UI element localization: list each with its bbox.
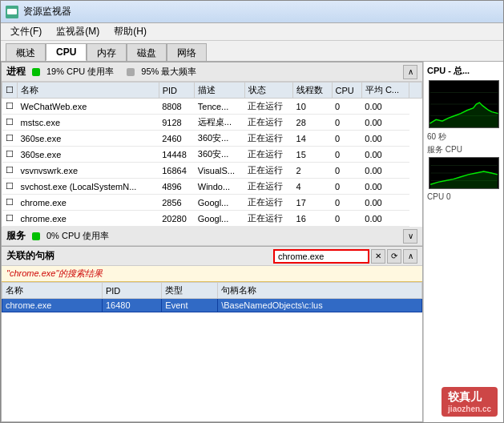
- table-row[interactable]: ☐ svchost.exe (LocalSystemN... 4896 Wind…: [2, 179, 422, 195]
- menu-bar: 文件(F) 监视器(M) 帮助(H): [1, 23, 503, 41]
- row-name: mstsc.exe: [18, 115, 159, 131]
- table-row[interactable]: ☐ chrome.exe 20280 Googl... 正在运行 16 0 0.…: [2, 211, 422, 227]
- col-threads[interactable]: 线程数: [293, 83, 333, 99]
- row-threads: 16: [293, 211, 333, 227]
- row-desc: VisualS...: [195, 163, 245, 179]
- right-panel-title: CPU - 总...: [427, 65, 470, 77]
- svc-cpu-label: 0% CPU 使用率: [46, 230, 109, 242]
- row-check[interactable]: ☐: [2, 195, 18, 211]
- watermark: 较真儿 jiaozhen.cc: [442, 387, 498, 417]
- handles-rows: chrome.exe 16480 Event \BaseNamedObjects…: [2, 299, 422, 312]
- row-check[interactable]: ☐: [2, 115, 18, 131]
- handle-type: Event: [162, 299, 218, 312]
- row-name: 360se.exe: [18, 147, 159, 163]
- cpu-usage-label: 19% CPU 使用率: [46, 66, 114, 78]
- tab-network[interactable]: 网络: [167, 43, 207, 61]
- tab-overview[interactable]: 概述: [6, 43, 46, 61]
- services-collapse-btn[interactable]: ∨: [403, 229, 417, 244]
- tab-memory[interactable]: 内存: [87, 43, 127, 61]
- row-threads: 14: [293, 131, 333, 147]
- row-status: 正在运行: [244, 147, 292, 163]
- handles-col-handle[interactable]: 句柄名称: [218, 283, 422, 299]
- row-avg: 0.00: [361, 115, 409, 131]
- handles-search-btn[interactable]: ⟳: [387, 249, 401, 264]
- handles-section: 关联的句柄 ✕ ⟳ ∧ "chrome.exe"的搜索结果 名称 PID: [1, 247, 423, 422]
- row-check[interactable]: ☐: [2, 211, 18, 227]
- row-avg: 0.00: [361, 211, 409, 227]
- row-pid: 20280: [159, 211, 195, 227]
- processes-table-container[interactable]: ☐ 名称 PID 描述 状态 线程数 CPU 平均 C...: [2, 82, 422, 227]
- main-window: 资源监视器 文件(F) 监视器(M) 帮助(H) 概述 CPU 内存 磁盘 网络…: [0, 0, 504, 423]
- cpu-usage-dot: [32, 68, 40, 76]
- svg-rect-1: [7, 9, 17, 14]
- handle-handle: \BaseNamedObjects\c:lus: [218, 299, 422, 312]
- row-check[interactable]: ☐: [2, 147, 18, 163]
- row-check[interactable]: ☐: [2, 179, 18, 195]
- handles-header: 关联的句柄 ✕ ⟳ ∧: [2, 247, 422, 266]
- menu-file[interactable]: 文件(F): [4, 23, 48, 40]
- col-pid[interactable]: PID: [159, 83, 195, 99]
- row-desc: 远程桌...: [195, 115, 245, 131]
- row-check[interactable]: ☐: [2, 131, 18, 147]
- table-row[interactable]: ☐ chrome.exe 2856 Googl... 正在运行 17 0 0.0…: [2, 195, 422, 211]
- services-title: 服务: [6, 229, 26, 243]
- cpu0-label: CPU 0: [427, 192, 450, 201]
- row-desc: Tence...: [195, 99, 245, 115]
- handles-search-input[interactable]: [273, 249, 369, 264]
- table-row[interactable]: ☐ vsvnvswrk.exe 16864 VisualS... 正在运行 2 …: [2, 163, 422, 179]
- row-name: WeChatWeb.exe: [18, 99, 159, 115]
- col-name[interactable]: 名称: [18, 83, 159, 99]
- processes-header: 进程 19% CPU 使用率 95% 最大频率 ∧: [2, 62, 422, 82]
- right-time-label: 60 秒: [427, 131, 446, 143]
- processes-table: ☐ 名称 PID 描述 状态 线程数 CPU 平均 C...: [2, 82, 422, 227]
- row-status: 正在运行: [244, 211, 292, 227]
- row-pid: 9128: [159, 115, 195, 131]
- max-freq-dot: [127, 68, 135, 76]
- handles-col-name[interactable]: 名称: [2, 283, 103, 299]
- row-avg: 0.00: [361, 99, 409, 115]
- handle-name: chrome.exe: [2, 299, 103, 312]
- row-pid: 4896: [159, 179, 195, 195]
- row-cpu: 0: [332, 195, 361, 211]
- col-desc[interactable]: 描述: [195, 83, 245, 99]
- row-cpu: 0: [332, 179, 361, 195]
- row-desc: 360安...: [195, 147, 245, 163]
- processes-collapse-btn[interactable]: ∧: [403, 65, 417, 79]
- row-pid: 16864: [159, 163, 195, 179]
- row-name: 360se.exe: [18, 131, 159, 147]
- col-cpu[interactable]: CPU: [332, 83, 361, 99]
- row-pid: 2460: [159, 131, 195, 147]
- table-row[interactable]: ☐ 360se.exe 2460 360安... 正在运行 14 0 0.00: [2, 131, 422, 147]
- col-status[interactable]: 状态: [244, 83, 292, 99]
- row-name: svchost.exe (LocalSystemN...: [18, 179, 159, 195]
- row-desc: 360安...: [195, 131, 245, 147]
- tabs-bar: 概述 CPU 内存 磁盘 网络: [1, 41, 503, 62]
- svg-rect-2: [10, 15, 14, 17]
- row-cpu: 0: [332, 115, 361, 131]
- row-check[interactable]: ☐: [2, 99, 18, 115]
- row-status: 正在运行: [244, 195, 292, 211]
- row-name: vsvnvswrk.exe: [18, 163, 159, 179]
- row-threads: 17: [293, 195, 333, 211]
- row-check[interactable]: ☐: [2, 163, 18, 179]
- watermark-text: 较真儿: [448, 390, 491, 405]
- table-row[interactable]: ☐ WeChatWeb.exe 8808 Tence... 正在运行 10 0 …: [2, 99, 422, 115]
- list-item[interactable]: chrome.exe 16480 Event \BaseNamedObjects…: [2, 299, 422, 312]
- col-avg[interactable]: 平均 C...: [361, 83, 409, 99]
- handles-clear-btn[interactable]: ✕: [371, 249, 385, 264]
- services-status: 服务 0% CPU 使用率: [6, 229, 109, 243]
- row-avg: 0.00: [361, 163, 409, 179]
- handles-col-type[interactable]: 类型: [162, 283, 218, 299]
- menu-help[interactable]: 帮助(H): [107, 23, 153, 40]
- row-threads: 4: [293, 179, 333, 195]
- table-row[interactable]: ☐ mstsc.exe 9128 远程桌... 正在运行 28 0 0.00: [2, 115, 422, 131]
- row-status: 正在运行: [244, 115, 292, 131]
- handles-col-pid[interactable]: PID: [102, 283, 161, 299]
- tab-disk[interactable]: 磁盘: [127, 43, 167, 61]
- services-header: 服务 0% CPU 使用率 ∨: [2, 227, 422, 246]
- table-row[interactable]: ☐ 360se.exe 14448 360安... 正在运行 15 0 0.00: [2, 147, 422, 163]
- handles-title: 关联的句柄: [6, 249, 54, 263]
- menu-monitor[interactable]: 监视器(M): [50, 23, 106, 40]
- tab-cpu[interactable]: CPU: [46, 43, 87, 61]
- handles-collapse-btn[interactable]: ∧: [403, 249, 417, 264]
